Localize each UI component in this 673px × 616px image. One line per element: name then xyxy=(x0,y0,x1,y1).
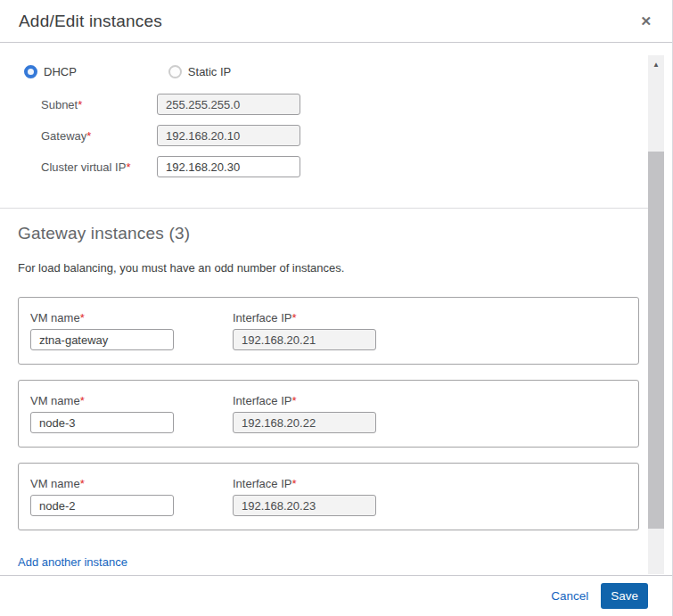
interface-ip-field: Interface IP* xyxy=(233,394,376,433)
vm-name-field: VM name* xyxy=(30,311,174,350)
ip-mode-radio-group: DHCP Static IP xyxy=(24,65,231,78)
vm-name-label-text: VM name xyxy=(30,477,80,490)
required-asterisk: * xyxy=(291,394,296,407)
required-asterisk: * xyxy=(291,477,296,490)
cluster-virtual-ip-label-text: Cluster virtual IP xyxy=(41,160,126,174)
vm-name-input-3[interactable] xyxy=(30,495,174,516)
interface-ip-label: Interface IP* xyxy=(233,311,376,324)
interface-ip-field: Interface IP* xyxy=(233,311,376,350)
add-edit-instances-dialog: Add/Edit instances ✕ DHCP Static IP Subn… xyxy=(0,0,673,616)
dialog-header: Add/Edit instances ✕ xyxy=(0,0,672,43)
required-asterisk: * xyxy=(80,311,85,324)
section-divider xyxy=(0,208,648,209)
cluster-virtual-ip-input[interactable] xyxy=(157,156,300,177)
required-asterisk: * xyxy=(126,160,130,174)
close-icon[interactable]: ✕ xyxy=(638,12,653,29)
interface-ip-label-text: Interface IP xyxy=(233,311,291,324)
instance-card-2: VM name* Interface IP* xyxy=(18,380,639,448)
radio-static-ip-label: Static IP xyxy=(188,65,231,78)
subnet-field-row: Subnet* xyxy=(41,94,300,115)
cluster-virtual-ip-field-row: Cluster virtual IP* xyxy=(41,156,300,177)
vm-name-label: VM name* xyxy=(30,477,174,490)
interface-ip-input-2 xyxy=(233,412,376,433)
vm-name-input-2[interactable] xyxy=(30,412,174,433)
cluster-virtual-ip-label: Cluster virtual IP* xyxy=(41,160,157,174)
interface-ip-label-text: Interface IP xyxy=(233,394,291,407)
gateway-input xyxy=(157,125,300,146)
interface-ip-label: Interface IP* xyxy=(233,477,376,490)
cancel-button[interactable]: Cancel xyxy=(551,589,588,603)
gateway-instances-heading: Gateway instances (3) xyxy=(18,224,190,243)
load-balancing-note: For load balancing, you must have an odd… xyxy=(18,261,344,275)
vm-name-input-1[interactable] xyxy=(30,329,174,350)
interface-ip-label: Interface IP* xyxy=(233,394,376,407)
dialog-footer: Cancel Save xyxy=(0,575,672,616)
vm-name-field: VM name* xyxy=(30,394,174,433)
interface-ip-input-1 xyxy=(233,329,376,350)
add-another-instance-link[interactable]: Add another instance xyxy=(18,555,127,569)
interface-ip-label-text: Interface IP xyxy=(233,477,291,490)
vm-name-label-text: VM name xyxy=(30,394,80,407)
gateway-label-text: Gateway xyxy=(41,129,86,143)
scrollbar-thumb[interactable] xyxy=(648,152,664,529)
vm-name-label: VM name* xyxy=(30,311,174,324)
radio-dhcp-label: DHCP xyxy=(44,65,77,78)
radio-dhcp[interactable]: DHCP xyxy=(24,65,77,78)
instance-card-3: VM name* Interface IP* xyxy=(18,463,639,530)
interface-ip-input-3 xyxy=(233,495,376,516)
dialog-body: DHCP Static IP Subnet* Gateway* Cluster … xyxy=(0,43,672,575)
subnet-label: Subnet* xyxy=(41,98,157,111)
required-asterisk: * xyxy=(78,98,82,111)
required-asterisk: * xyxy=(80,394,85,407)
gateway-field-row: Gateway* xyxy=(41,125,300,146)
required-asterisk: * xyxy=(291,311,296,324)
subnet-label-text: Subnet xyxy=(41,98,78,111)
vertical-scrollbar[interactable]: ▲ xyxy=(648,55,664,574)
radio-unselected-icon[interactable] xyxy=(168,65,182,78)
gateway-label: Gateway* xyxy=(41,129,157,143)
subnet-input xyxy=(157,94,300,115)
vm-name-label: VM name* xyxy=(30,394,174,407)
vm-name-label-text: VM name xyxy=(30,311,80,324)
radio-static-ip[interactable]: Static IP xyxy=(168,65,231,78)
required-asterisk: * xyxy=(80,477,85,490)
vm-name-field: VM name* xyxy=(30,477,174,516)
scrollbar-up-arrow-icon[interactable]: ▲ xyxy=(648,58,664,70)
interface-ip-field: Interface IP* xyxy=(233,477,376,516)
dialog-title: Add/Edit instances xyxy=(19,12,162,31)
required-asterisk: * xyxy=(86,129,91,143)
radio-selected-icon[interactable] xyxy=(24,65,37,78)
instance-card-1: VM name* Interface IP* xyxy=(18,297,639,365)
save-button[interactable]: Save xyxy=(601,583,648,609)
